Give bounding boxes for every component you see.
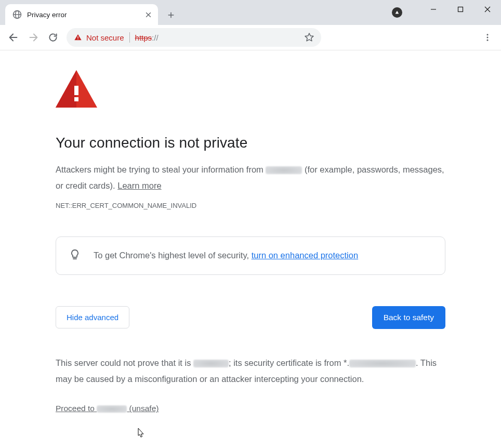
window-controls (420, 0, 501, 19)
new-tab-button[interactable] (163, 7, 179, 23)
omnibox[interactable]: Not secure https:// (67, 28, 321, 47)
bookmark-star-button[interactable] (304, 32, 315, 43)
page-viewport: Your connection is not private Attackers… (0, 50, 501, 448)
globe-icon (12, 10, 22, 19)
url-scheme: https (135, 33, 152, 42)
browser-tab[interactable]: Privacy error (5, 4, 158, 25)
security-interstitial: Your connection is not private Attackers… (56, 50, 445, 434)
svg-point-7 (487, 34, 489, 35)
omnibox-divider (129, 32, 130, 43)
proceed-prefix: Proceed to (56, 404, 97, 413)
redacted-hostname (266, 166, 302, 174)
redacted-cert-domain (349, 360, 416, 367)
menu-button[interactable] (478, 28, 497, 47)
enhanced-protection-link[interactable]: turn on enhanced protection (252, 251, 359, 260)
proceed-unsafe-link[interactable]: Proceed to (unsafe) (56, 404, 159, 413)
tab-title: Privacy error (27, 11, 143, 19)
warning-triangle-icon (74, 33, 82, 42)
maximize-button[interactable] (447, 0, 474, 19)
browser-toolbar: Not secure https:// (0, 25, 501, 50)
redacted-hostname (97, 405, 127, 413)
back-to-safety-button[interactable]: Back to safety (372, 306, 445, 329)
back-button[interactable] (4, 28, 23, 47)
warning-large-icon (56, 70, 445, 110)
primary-paragraph: Attackers might be trying to steal your … (56, 162, 445, 194)
hide-advanced-button[interactable]: Hide advanced (56, 306, 129, 328)
security-label: Not secure (86, 33, 124, 42)
close-window-button[interactable] (474, 0, 501, 19)
reload-button[interactable] (44, 28, 62, 47)
lightbulb-icon (69, 248, 81, 263)
minimize-button[interactable] (420, 0, 447, 19)
url-separator: :// (152, 33, 159, 42)
window-titlebar: Privacy error (0, 0, 501, 25)
proceed-suffix: (unsafe) (127, 404, 159, 413)
svg-point-8 (487, 37, 489, 38)
site-security-badge[interactable]: Not secure (74, 33, 124, 42)
adv-part1: This server could not prove that it is (56, 358, 193, 367)
extension-badge-icon[interactable] (392, 7, 402, 18)
svg-point-9 (487, 39, 489, 41)
button-row: Hide advanced Back to safety (56, 306, 445, 329)
close-tab-button[interactable] (143, 10, 153, 19)
page-title: Your connection is not private (56, 135, 445, 151)
promo-text: To get Chrome's highest level of securit… (94, 251, 358, 260)
error-code: NET::ERR_CERT_COMMON_NAME_INVALID (56, 202, 445, 209)
redacted-hostname (193, 360, 229, 367)
svg-rect-10 (74, 86, 78, 95)
adv-part2: ; its security certificate is from *. (229, 358, 349, 367)
svg-rect-4 (458, 7, 463, 12)
svg-rect-5 (77, 36, 78, 38)
advanced-paragraph: This server could not prove that it is ;… (56, 355, 445, 388)
svg-rect-11 (74, 97, 78, 101)
forward-button (24, 28, 43, 47)
tab-strip: Privacy error (0, 0, 179, 25)
enhanced-protection-promo: To get Chrome's highest level of securit… (56, 236, 445, 275)
extension-region (392, 0, 402, 25)
svg-rect-6 (77, 38, 78, 39)
promo-prefix: To get Chrome's highest level of securit… (94, 251, 252, 260)
learn-more-link[interactable]: Learn more (117, 181, 161, 190)
body-prefix: Attackers might be trying to steal your … (56, 165, 266, 174)
